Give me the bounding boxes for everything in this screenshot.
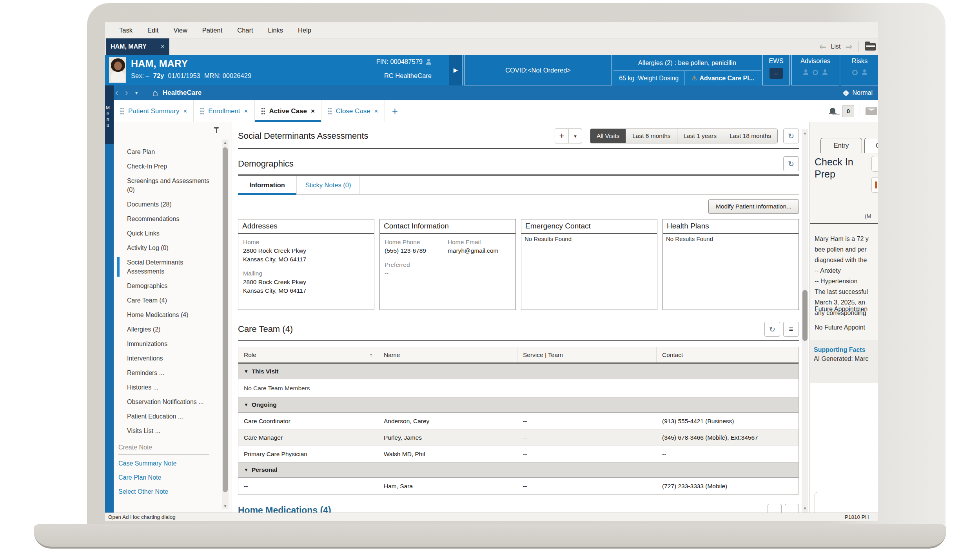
- list-forward-icon[interactable]: ⇒: [845, 42, 852, 51]
- main-scrollbar[interactable]: ▲ ▼: [802, 129, 808, 513]
- scroll-down-icon[interactable]: ▼: [222, 503, 229, 509]
- add-tab-button[interactable]: +: [385, 100, 405, 122]
- view-mode-control[interactable]: ◢◣◥◤ Normal: [843, 89, 878, 96]
- folder-icon[interactable]: [865, 43, 876, 51]
- group-row-this-visit[interactable]: ▼This Visit: [238, 364, 799, 379]
- sort-ascending-icon[interactable]: ↑: [370, 352, 372, 358]
- tab-entry[interactable]: Entry: [820, 138, 862, 153]
- sidebar-item-recommendations[interactable]: Recommendations: [127, 214, 211, 223]
- scroll-down-icon[interactable]: ▼: [802, 505, 808, 512]
- refresh-button[interactable]: ↻: [764, 322, 780, 337]
- group-row-ongoing[interactable]: ▼Ongoing: [238, 397, 799, 413]
- sidebar-item-patient-education[interactable]: Patient Education ...: [127, 412, 211, 421]
- panel-button[interactable]: [871, 177, 878, 193]
- sidebar-item-social-determinants-assessments[interactable]: Social Determinants Assessments: [127, 258, 211, 276]
- back-icon[interactable]: ‹: [115, 89, 118, 97]
- risks-cell[interactable]: Risks: [841, 55, 878, 85]
- home-label[interactable]: HealtheCare: [163, 89, 201, 97]
- patient-photo[interactable]: [109, 57, 126, 83]
- refresh-button[interactable]: ↻: [783, 156, 799, 171]
- filter-last-18-months[interactable]: Last 18 months: [723, 129, 777, 143]
- filter-all-visits[interactable]: All Visits: [590, 129, 626, 143]
- group-row-personal[interactable]: ▼Personal: [238, 462, 799, 478]
- history-dropdown-icon[interactable]: ▼: [134, 91, 139, 95]
- menu-view[interactable]: View: [173, 27, 187, 34]
- refresh-button[interactable]: [768, 504, 782, 513]
- drag-handle-icon[interactable]: [261, 107, 265, 115]
- menu-help[interactable]: Help: [298, 27, 311, 34]
- filter-last-6-months[interactable]: Last 6 months: [626, 129, 677, 143]
- sidebar-item-screenings-and-assessments-0[interactable]: Screenings and Assessments (0): [127, 176, 211, 194]
- sidebar-scrollbar[interactable]: ▲ ▼: [222, 140, 229, 509]
- scrollbar-thumb[interactable]: [802, 290, 808, 341]
- banner-expand-button[interactable]: ▶: [449, 55, 463, 85]
- sidebar-item-care-plan[interactable]: Care Plan: [127, 147, 211, 156]
- scroll-up-icon[interactable]: ▲: [222, 140, 229, 146]
- notification-count[interactable]: 0: [842, 105, 854, 117]
- tab-patient-summary[interactable]: Patient Summary×: [114, 100, 194, 122]
- sidebar-item-quick-links[interactable]: Quick Links: [127, 229, 211, 238]
- sidebar-item-interventions[interactable]: Interventions: [127, 354, 211, 363]
- tab-sticky-notes[interactable]: Sticky Notes (0): [297, 176, 360, 194]
- drag-handle-icon[interactable]: [328, 107, 332, 115]
- sidebar-item-care-team-4[interactable]: Care Team (4): [127, 296, 211, 305]
- sidebar-item-allergies-2[interactable]: Allergies (2): [127, 325, 211, 334]
- collapse-caret-icon[interactable]: ▼: [244, 402, 249, 408]
- scrollbar-thumb[interactable]: [223, 147, 228, 492]
- ews-cell[interactable]: EWS --: [762, 55, 790, 85]
- close-icon[interactable]: ×: [374, 107, 378, 115]
- menu-patient[interactable]: Patient: [202, 27, 222, 34]
- collapse-caret-icon[interactable]: ▼: [244, 369, 249, 374]
- table-row[interactable]: Care ManagerPurley, James--(345) 678-346…: [238, 429, 799, 446]
- tab-clipped[interactable]: C: [864, 138, 878, 153]
- drag-handle-icon[interactable]: [200, 107, 204, 115]
- advisories-cell[interactable]: Advisories: [791, 55, 839, 85]
- pin-icon[interactable]: [214, 127, 219, 133]
- column-header-contact[interactable]: Contact: [657, 347, 799, 362]
- collapse-caret-icon[interactable]: ▼: [244, 467, 249, 473]
- table-row[interactable]: Care CoordinatorAnderson, Carey--(913) 5…: [238, 413, 799, 429]
- advance-care-cell[interactable]: ⚠ Advance Care Pl...: [684, 71, 761, 85]
- sidebar-item-check-in-prep[interactable]: Check-In Prep: [127, 162, 211, 171]
- patient-name[interactable]: HAM, MARY: [131, 58, 188, 69]
- menu-chart[interactable]: Chart: [237, 27, 253, 34]
- patient-chart-tab[interactable]: HAM, MARY ×: [106, 38, 169, 55]
- add-dropdown-icon[interactable]: ▾: [568, 129, 582, 143]
- menu-edit[interactable]: Edit: [147, 27, 158, 34]
- tab-active-case[interactable]: Active Case×: [255, 100, 321, 122]
- menu-links[interactable]: Links: [268, 27, 283, 34]
- home-icon[interactable]: ⌂: [152, 88, 158, 98]
- covid-status-cell[interactable]: COVID:<Not Ordered>: [464, 55, 612, 85]
- refresh-button[interactable]: ↻: [783, 129, 799, 143]
- note-link-select-other-note[interactable]: Select Other Note: [118, 488, 232, 495]
- menu-button[interactable]: [785, 504, 799, 513]
- tab-information[interactable]: Information: [238, 176, 297, 194]
- list-back-icon[interactable]: ⇐: [819, 42, 826, 51]
- sidebar-item-activity-log-0[interactable]: Activity Log (0): [127, 243, 211, 252]
- close-icon[interactable]: ×: [311, 107, 315, 115]
- menu-strip-tab[interactable]: Menu: [105, 85, 114, 144]
- tab-close-case[interactable]: Close Case×: [321, 100, 385, 122]
- scroll-up-icon[interactable]: ▲: [802, 130, 808, 136]
- forward-icon[interactable]: ›: [125, 89, 128, 97]
- close-icon[interactable]: ×: [183, 107, 187, 115]
- add-button[interactable]: +: [555, 129, 568, 143]
- sidebar-item-immunizations[interactable]: Immunizations: [127, 339, 211, 348]
- column-header-role[interactable]: Role↑: [238, 347, 378, 362]
- sidebar-item-visits-list[interactable]: Visits List ...: [127, 426, 211, 435]
- supporting-facts-link[interactable]: Supporting Facts: [814, 346, 878, 353]
- menu-task[interactable]: Task: [119, 27, 132, 34]
- table-row[interactable]: Primary Care PhysicianWalsh MD, Phil----: [238, 446, 799, 462]
- filter-last-1-years[interactable]: Last 1 years: [677, 129, 723, 143]
- sidebar-item-reminders[interactable]: Reminders ...: [127, 368, 211, 377]
- close-icon[interactable]: ×: [161, 43, 165, 51]
- modify-patient-information-button[interactable]: Modify Patient Information...: [708, 199, 799, 214]
- close-icon[interactable]: ×: [244, 107, 248, 115]
- bell-icon[interactable]: [828, 107, 837, 116]
- column-header-service-team[interactable]: Service | Team: [517, 347, 657, 362]
- menu-button[interactable]: ≡: [783, 322, 799, 337]
- sidebar-item-documents-28[interactable]: Documents (28): [127, 200, 211, 209]
- column-header-name[interactable]: Name: [378, 347, 517, 362]
- panel-button[interactable]: [871, 156, 878, 172]
- sidebar-item-demographics[interactable]: Demographics: [127, 281, 211, 290]
